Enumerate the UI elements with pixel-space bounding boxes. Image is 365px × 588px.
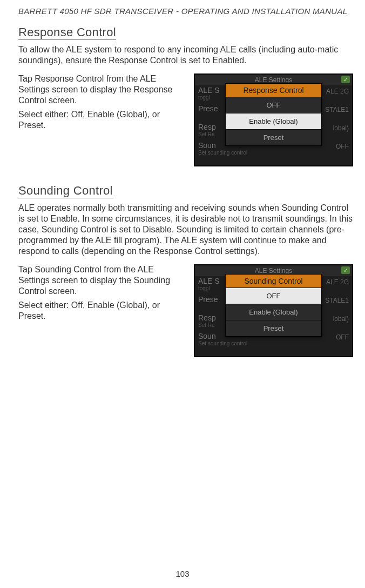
s2-tap-item: Sounding Control bbox=[35, 265, 102, 274]
popup-response-control: Response Control OFF Enable (Global) Pre… bbox=[225, 83, 322, 146]
bg-right: lobal) bbox=[333, 315, 349, 323]
bg-text: Resp bbox=[198, 123, 216, 131]
bg-row: Prese bbox=[198, 105, 224, 119]
bg-right: STALE1 bbox=[325, 106, 349, 113]
bg-row: ALE S toggl bbox=[198, 277, 224, 291]
bg-right: OFF bbox=[336, 333, 349, 341]
section1-row: Tap Response Control from the ALE Settin… bbox=[18, 74, 353, 166]
bg-row: ALE S toggl bbox=[198, 86, 224, 101]
popup-option-preset[interactable]: Preset bbox=[226, 129, 321, 145]
bg-row: Resp Set Re bbox=[198, 314, 224, 328]
section2-row: Tap Sounding Control from the ALE Settin… bbox=[18, 264, 353, 357]
bg-text: Soun bbox=[198, 332, 216, 340]
screenshot-response-control: ALE Settings ✓ ALE S toggl ALE 2G Prese … bbox=[194, 74, 353, 166]
s1-tap-prefix: Tap bbox=[18, 74, 35, 83]
bg-text: Soun bbox=[198, 142, 216, 150]
section-title-sounding: Sounding Control bbox=[18, 184, 113, 198]
popup-title: Sounding Control bbox=[226, 275, 321, 288]
s2-tap-prefix: Tap bbox=[18, 265, 35, 274]
s2-select: Select either: Off, Enable (Global), or … bbox=[18, 300, 185, 322]
manual-header: BARRETT 4050 HF SDR TRANSCEIVER - OPERAT… bbox=[18, 6, 353, 16]
bg-text: Resp bbox=[198, 314, 216, 322]
section-sounding-control: Sounding Control ALE operates normally b… bbox=[18, 184, 353, 357]
popup-option-enable-global[interactable]: Enable (Global) bbox=[226, 304, 321, 320]
bg-right: STALE1 bbox=[325, 297, 349, 304]
popup-title: Response Control bbox=[226, 84, 321, 97]
bg-text: Prese bbox=[198, 105, 218, 113]
page-number: 103 bbox=[0, 569, 365, 578]
bg-row: Prese bbox=[198, 296, 224, 310]
check-icon: ✓ bbox=[341, 76, 350, 83]
ss-top-title: ALE Settings bbox=[255, 76, 292, 84]
ss-top-title: ALE Settings bbox=[255, 267, 292, 275]
bg-right: ALE 2G bbox=[326, 278, 349, 286]
bg-sub: Set Re bbox=[198, 322, 224, 328]
bg-sub: toggl bbox=[198, 285, 224, 291]
bg-sub: Set sounding control bbox=[198, 340, 317, 346]
section-title-response: Response Control bbox=[18, 25, 116, 40]
bg-right: OFF bbox=[336, 143, 349, 150]
popup-sounding-control: Sounding Control OFF Enable (Global) Pre… bbox=[225, 274, 322, 337]
bg-row: Resp Set Re bbox=[198, 123, 224, 137]
check-icon: ✓ bbox=[341, 266, 350, 274]
popup-option-preset[interactable]: Preset bbox=[226, 320, 321, 336]
s1-tap-item: Response Control bbox=[35, 74, 104, 83]
bg-text: ALE S bbox=[198, 277, 220, 285]
section-response-control: Response Control To allow the ALE system… bbox=[18, 25, 353, 166]
popup-option-off[interactable]: OFF bbox=[226, 97, 321, 113]
section2-intro: ALE operates normally both transmitting … bbox=[18, 203, 353, 257]
bg-sub: Set sounding control bbox=[198, 149, 317, 156]
screenshot-sounding-control: ALE Settings ✓ ALE S toggl ALE 2G Prese … bbox=[194, 264, 353, 357]
bg-right: lobal) bbox=[333, 124, 349, 132]
section1-instructions: Tap Response Control from the ALE Settin… bbox=[18, 74, 185, 166]
bg-text: ALE S bbox=[198, 86, 220, 95]
popup-option-off[interactable]: OFF bbox=[226, 288, 321, 304]
bg-sub: toggl bbox=[198, 94, 224, 101]
s1-select: Select either: Off, Enable (Global), or … bbox=[18, 109, 185, 131]
section1-intro: To allow the ALE system to respond to an… bbox=[18, 44, 353, 66]
bg-sub: Set Re bbox=[198, 131, 224, 137]
section2-instructions: Tap Sounding Control from the ALE Settin… bbox=[18, 264, 185, 357]
bg-text: Prese bbox=[198, 296, 218, 304]
popup-option-enable-global[interactable]: Enable (Global) bbox=[226, 113, 321, 129]
bg-right: ALE 2G bbox=[326, 88, 349, 95]
